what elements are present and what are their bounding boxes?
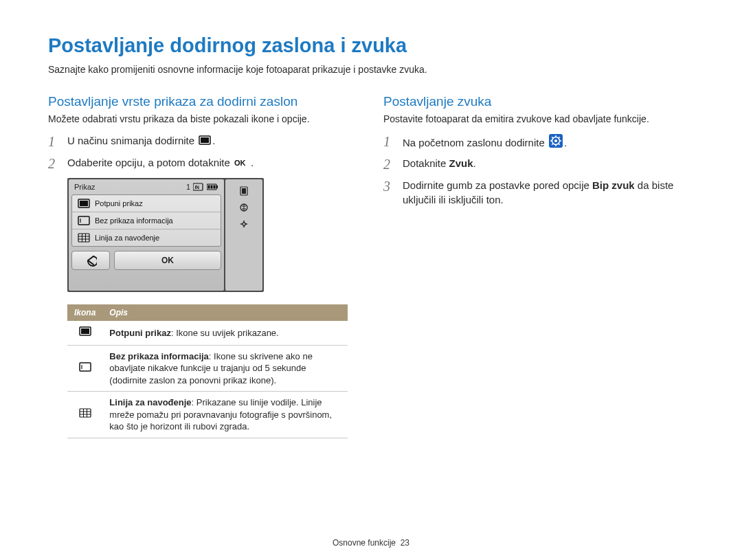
device-option-noinfo[interactable]: Bez prikaza informacija <box>72 212 221 229</box>
desc-bold: Linija za navođenje <box>109 397 191 407</box>
step-body: U načinu snimanja dodirnite . <box>67 134 359 148</box>
step-text: . <box>473 157 476 169</box>
desc-bold: Bez prikaza informacija <box>109 351 209 361</box>
device-title: Prikaz <box>74 183 95 191</box>
right-step-2: 2 Dotaknite Zvuk. <box>383 157 694 172</box>
display-empty-icon <box>79 361 91 372</box>
page-footer: Osnovne funkcije 23 <box>0 538 742 548</box>
footer-page: 23 <box>401 538 409 548</box>
display-full-icon <box>78 198 90 209</box>
side-icon-2[interactable] <box>239 203 249 212</box>
left-step-1: 1 U načinu snimanja dodirnite . <box>48 134 359 149</box>
device-header-right: 1 <box>186 183 218 191</box>
display-grid-icon <box>79 407 91 418</box>
device-ok-button[interactable]: OK <box>114 251 221 270</box>
step-number: 3 <box>383 179 396 194</box>
device-option-grid[interactable]: Linija za navođenje <box>72 229 221 246</box>
device-options: Potpuni prikaz Bez prikaza informacija L… <box>71 194 221 247</box>
icon-description-table: Ikona Opis Potpuni prikaz: Ikone su uvij… <box>67 304 348 438</box>
right-heading: Postavljanje zvuka <box>383 94 694 109</box>
step-number: 2 <box>48 156 60 171</box>
left-subintro: Možete odabrati vrstu prikaza da biste p… <box>48 113 359 124</box>
right-step-3: 3 Dodirnite gumb za postavke pored opcij… <box>383 179 694 207</box>
page-intro: Saznajte kako promijeniti osnovne inform… <box>48 64 694 75</box>
ok-icon <box>234 158 249 168</box>
right-column: Postavljanje zvuka Postavite fotoaparat … <box>383 94 694 438</box>
step-text: . <box>212 135 215 146</box>
settings-gear-icon <box>549 134 563 148</box>
step-number: 2 <box>383 157 396 172</box>
device-footer: OK <box>71 251 221 270</box>
option-label: Bez prikaza informacija <box>95 216 173 225</box>
left-step-2: 2 Odaberite opciju, a potom dotaknite . <box>48 156 359 171</box>
display-grid-icon <box>78 232 90 243</box>
step-bold: Zvuk <box>449 157 473 169</box>
cell-desc: Bez prikaza informacija: Ikone su skrive… <box>102 345 348 392</box>
step-text: Dodirnite gumb za postavke pored opcije <box>403 179 592 191</box>
display-full-icon <box>199 135 211 146</box>
right-step-1: 1 Na početnom zaslonu dodirnite . <box>383 134 694 150</box>
step-text: . <box>564 137 567 148</box>
device-mockup: Prikaz 1 Potpuni prikaz Bez prikaza inf <box>67 178 264 292</box>
left-heading: Postavljanje vrste prikaza za dodirni za… <box>48 94 359 109</box>
content-columns: Postavljanje vrste prikaza za dodirni za… <box>48 94 694 438</box>
table-row: Potpuni prikaz: Ikone su uvijek prikazan… <box>67 321 348 345</box>
page-title: Postavljanje dodirnog zaslona i zvuka <box>48 34 694 57</box>
step-bold: Bip zvuk <box>592 179 635 191</box>
step-body: Odaberite opciju, a potom dotaknite . <box>67 156 359 170</box>
step-number: 1 <box>383 134 396 149</box>
cell-desc: Linija za navođenje: Prikazane su linije… <box>102 392 348 438</box>
desc-bold: Potpuni prikaz <box>109 328 171 338</box>
step-text: Na početnom zaslonu dodirnite <box>403 137 548 148</box>
left-column: Postavljanje vrste prikaza za dodirni za… <box>48 94 359 438</box>
step-text: U načinu snimanja dodirnite <box>67 135 197 146</box>
right-steps: 1 Na početnom zaslonu dodirnite . 2 Dota… <box>383 134 694 207</box>
desc-text: : Ikone su uvijek prikazane. <box>171 328 279 338</box>
footer-section: Osnovne funkcije <box>333 538 396 548</box>
device-main-pane: Prikaz 1 Potpuni prikaz Bez prikaza inf <box>69 179 224 291</box>
device-header: Prikaz 1 <box>69 179 224 194</box>
storage-in-icon <box>193 183 204 191</box>
option-label: Linija za navođenje <box>95 234 159 242</box>
device-side-pane <box>225 179 262 291</box>
back-icon <box>85 254 97 267</box>
step-text: Dotaknite <box>403 157 449 169</box>
side-icon-1[interactable] <box>239 186 249 196</box>
step-body: Dodirnite gumb za postavke pored opcije … <box>403 179 694 207</box>
step-body: Na početnom zaslonu dodirnite . <box>403 134 694 150</box>
step-text: Odaberite opciju, a potom dotaknite <box>67 157 233 168</box>
step-text: . <box>251 157 254 168</box>
ok-label: OK <box>161 256 174 265</box>
step-body: Dotaknite Zvuk. <box>403 157 694 170</box>
display-empty-icon <box>78 215 90 226</box>
table-row: Bez prikaza informacija: Ikone su skrive… <box>67 345 348 392</box>
cell-desc: Potpuni prikaz: Ikone su uvijek prikazan… <box>102 321 348 345</box>
th-icon: Ikona <box>67 304 102 321</box>
display-full-icon <box>79 326 91 337</box>
side-icon-3[interactable] <box>239 219 249 229</box>
battery-icon <box>207 183 218 191</box>
left-steps: 1 U načinu snimanja dodirnite . 2 Odaber… <box>48 134 359 171</box>
device-counter: 1 <box>186 183 190 191</box>
device-option-full[interactable]: Potpuni prikaz <box>72 195 221 212</box>
device-back-button[interactable] <box>71 251 110 270</box>
option-label: Potpuni prikaz <box>95 199 143 208</box>
right-subintro: Postavite fotoaparat da emitira zvukove … <box>383 113 694 124</box>
table-row: Linija za navođenje: Prikazane su linije… <box>67 392 348 438</box>
step-number: 1 <box>48 134 60 149</box>
th-desc: Opis <box>102 304 348 321</box>
